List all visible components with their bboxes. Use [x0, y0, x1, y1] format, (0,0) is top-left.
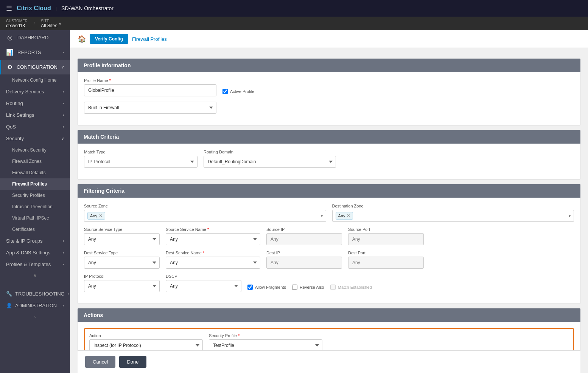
routing-domain-label: Routing Domain — [204, 150, 336, 154]
configuration-caret-icon: ∨ — [61, 65, 64, 69]
sidebar-item-troubleshooting[interactable]: 🔧 TROUBLESHOOTING › — [0, 288, 70, 300]
sidebar-item-qos[interactable]: QoS › — [0, 121, 70, 133]
match-criteria-header: Match Criteria — [78, 130, 580, 144]
dest-port-input[interactable] — [348, 257, 424, 269]
sidebar-sub-network-security[interactable]: Network Security — [0, 144, 70, 156]
breadcrumb-firewall-profiles[interactable]: Firewall Profiles — [132, 36, 167, 42]
protocol-row: IP Protocol Any DSCP Any — [84, 274, 574, 292]
sidebar-item-delivery-services[interactable]: Delivery Services › — [0, 86, 70, 98]
source-service-row: Source Service Type Any Source Service N… — [84, 227, 574, 245]
profile-name-input[interactable] — [84, 84, 216, 96]
firewall-type-select[interactable]: Built-in Firewall — [84, 102, 216, 114]
top-nav: ☰ Citrix Cloud | SD-WAN Orchestrator — [0, 0, 588, 17]
source-zone-tag-close[interactable]: ✕ — [99, 213, 103, 218]
allow-fragments-checkbox[interactable] — [247, 285, 253, 290]
filtering-criteria-header: Filtering Criteria — [78, 184, 580, 198]
dest-service-type-select[interactable]: Any — [84, 257, 160, 269]
scroll-down-indicator[interactable]: ∨ — [0, 270, 70, 280]
source-service-name-required: * — [207, 227, 209, 232]
sidebar-sub-virtual-path-ipsec[interactable]: Virtual Path IPSec — [0, 212, 70, 224]
site-label: SITE — [41, 19, 49, 23]
profile-name-row: Profile Name * Active Profile — [84, 78, 574, 96]
security-label: Security — [6, 136, 24, 141]
cancel-button[interactable]: Cancel — [85, 356, 115, 368]
allow-fragments-group: Allow Fragments — [247, 285, 286, 292]
breadcrumb-bar: 🏠 Verify Config Firewall Profiles — [70, 30, 588, 48]
source-port-group: Source Port — [348, 227, 424, 245]
active-profile-checkbox-label[interactable]: Active Profile — [222, 89, 254, 94]
app-dns-settings-label: App & DNS Settings — [6, 250, 50, 255]
source-service-name-select[interactable]: Any — [166, 233, 260, 245]
qos-caret-icon: › — [63, 125, 64, 129]
active-profile-checkbox[interactable] — [222, 89, 228, 94]
reverse-also-label: Reverse Also — [300, 285, 324, 289]
profiles-templates-caret-icon: › — [63, 262, 64, 266]
sidebar-sub-certificates[interactable]: Certificates — [0, 224, 70, 235]
dest-port-group: Dest Port — [348, 251, 424, 269]
routing-domain-group: Routing Domain Default_RoutingDomain — [204, 150, 336, 168]
main-layout: ◎ DASHBOARD 📊 REPORTS › ⚙ CONFIGURATION … — [0, 30, 588, 373]
dest-zone-select[interactable]: Any ✕ — [332, 210, 574, 222]
allow-fragments-checkbox-label[interactable]: Allow Fragments — [247, 285, 286, 290]
sidebar-sub-firewall-profiles[interactable]: Firewall Profiles — [0, 178, 70, 190]
reverse-also-group: Reverse Also — [292, 285, 324, 292]
dscp-select[interactable]: Any — [166, 280, 241, 292]
reports-icon: 📊 — [6, 49, 14, 56]
profile-name-label: Profile Name * — [84, 78, 216, 83]
home-icon[interactable]: 🏠 — [78, 35, 86, 43]
sidebar-item-profiles-templates[interactable]: Profiles & Templates › — [0, 258, 70, 270]
sidebar-sub-intrusion-prevention[interactable]: Intrusion Prevention — [0, 201, 70, 212]
firewall-type-group: Built-in Firewall — [84, 102, 216, 114]
sidebar-item-routing[interactable]: Routing › — [0, 98, 70, 109]
done-button[interactable]: Done — [119, 356, 146, 368]
ip-protocol-select[interactable]: Any — [84, 280, 160, 292]
sidebar-item-security[interactable]: Security ∨ — [0, 133, 70, 144]
bottom-actions: Cancel Done — [78, 350, 580, 373]
profile-name-group: Profile Name * — [84, 78, 216, 96]
sidebar-item-site-ip-groups[interactable]: Site & IP Groups › — [0, 235, 70, 247]
source-zone-select[interactable]: Any ✕ — [84, 210, 326, 222]
sidebar-sub-firewall-defaults[interactable]: Firewall Defaults — [0, 167, 70, 178]
match-criteria-row: Match Type IP Protocol Routing Domain De… — [84, 150, 574, 168]
sidebar-item-reports[interactable]: 📊 REPORTS › — [0, 45, 70, 60]
source-service-type-select[interactable]: Any — [84, 233, 160, 245]
link-settings-label: Link Settings — [6, 112, 34, 118]
sidebar-item-link-settings[interactable]: Link Settings › — [0, 109, 70, 121]
dest-service-name-select[interactable]: Any — [166, 257, 260, 269]
dest-service-name-required: * — [203, 251, 204, 255]
sidebar-item-administration[interactable]: 👤 ADMINISTRATION › — [0, 300, 70, 311]
source-zone-tag: Any ✕ — [87, 212, 105, 220]
dest-ip-input[interactable] — [266, 257, 342, 269]
sidebar-scroll-up-indicator[interactable]: ‹ — [0, 311, 70, 322]
action-label: Action — [89, 333, 203, 338]
reverse-also-checkbox-label[interactable]: Reverse Also — [292, 285, 324, 290]
sidebar-sub-security-profiles[interactable]: Security Profiles — [0, 190, 70, 201]
dest-zone-tag-close[interactable]: ✕ — [347, 213, 350, 218]
action-select[interactable]: Inspect (for IP Protocol) — [89, 339, 203, 351]
site-selector[interactable]: SITE All Sites ∨ — [41, 19, 61, 28]
profile-information-header: Profile Information — [78, 59, 580, 72]
reverse-also-checkbox[interactable] — [292, 285, 297, 290]
match-type-select[interactable]: IP Protocol — [84, 156, 198, 168]
sidebar-item-dashboard[interactable]: ◎ DASHBOARD — [0, 30, 70, 45]
security-profile-label: Security Profile * — [209, 333, 322, 338]
source-port-input[interactable] — [348, 233, 424, 245]
match-criteria-body: Match Type IP Protocol Routing Domain De… — [78, 144, 580, 180]
dest-ip-label: Dest IP — [266, 251, 342, 255]
security-profile-select[interactable]: TestProfile — [209, 339, 322, 351]
routing-caret-icon: › — [63, 101, 64, 105]
source-port-label: Source Port — [348, 227, 424, 232]
source-service-name-label: Source Service Name * — [166, 227, 260, 232]
delivery-services-label: Delivery Services — [6, 89, 44, 94]
sidebar-item-network-config-home[interactable]: Network Config Home — [0, 74, 70, 86]
administration-label: ADMINISTRATION — [15, 303, 57, 308]
sidebar-sub-firewall-zones[interactable]: Firewall Zones — [0, 156, 70, 167]
routing-domain-select[interactable]: Default_RoutingDomain — [204, 156, 336, 168]
verify-config-button[interactable]: Verify Config — [90, 34, 128, 44]
dest-zone-label: Destination Zone — [332, 204, 574, 208]
sidebar-item-app-dns-settings[interactable]: App & DNS Settings › — [0, 247, 70, 258]
hamburger-menu[interactable]: ☰ — [6, 4, 12, 12]
sidebar-item-configuration[interactable]: ⚙ CONFIGURATION ∨ — [0, 60, 70, 74]
profile-information-body: Profile Name * Active Profile — [78, 72, 580, 125]
source-ip-input[interactable] — [266, 233, 342, 245]
